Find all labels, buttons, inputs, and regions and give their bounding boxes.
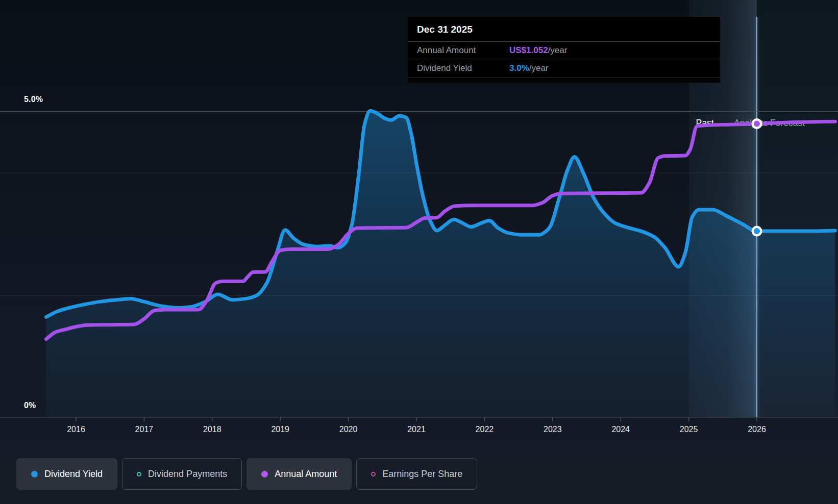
dividend-yield-area [46,111,835,417]
chart-tooltip: Dec 31 2025 Annual AmountUS$1.052/yearDi… [408,17,720,83]
x-axis-ticks [76,417,757,421]
tooltip-date: Dec 31 2025 [408,17,720,41]
legend-label: Dividend Payments [148,469,227,480]
legend-item-earnings-per-share[interactable]: Earnings Per Share [356,458,477,490]
dividend-chart-page: 5.0% 0% Past Analysts Forecast 201620172… [0,0,838,504]
legend-marker-icon [137,472,141,476]
tooltip-row-annual-amount: Annual AmountUS$1.052/year [408,41,720,59]
legend-marker-icon [261,471,268,477]
legend-marker-icon [371,472,376,476]
legend-item-dividend-yield[interactable]: Dividend Yield [16,458,117,490]
legend-label: Dividend Yield [44,469,103,480]
chart-legend: Dividend YieldDividend PaymentsAnnual Am… [16,458,477,490]
tooltip-row-dividend-yield: Dividend Yield3.0%/year [408,59,720,78]
legend-item-annual-amount[interactable]: Annual Amount [247,458,352,490]
legend-item-dividend-payments[interactable]: Dividend Payments [122,458,242,490]
legend-label: Earnings Per Share [382,469,462,480]
hover-markers [752,118,762,237]
tooltip-bottom-divider [408,78,720,83]
legend-marker-icon [31,471,38,477]
legend-label: Annual Amount [275,469,337,480]
